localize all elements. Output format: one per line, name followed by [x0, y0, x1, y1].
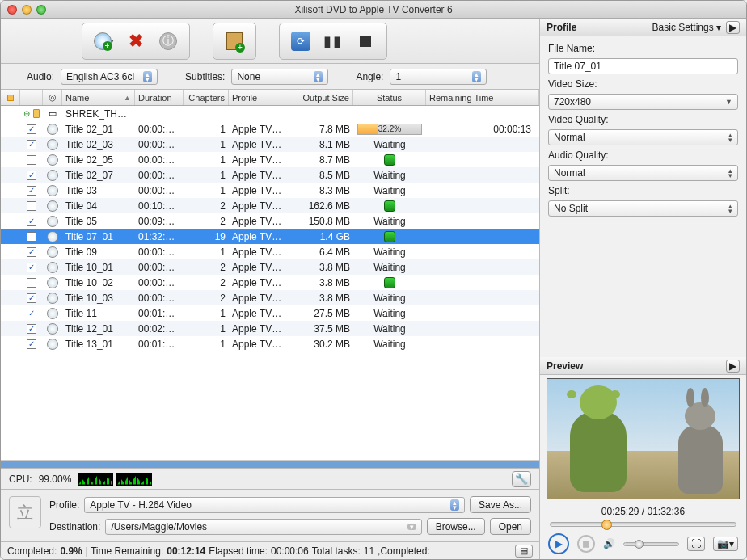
angle-label: Angle: [356, 71, 383, 82]
table-row[interactable]: ✓Title 02_0100:00:…1Apple TV…7.8 MB32.2%… [1, 121, 539, 137]
profile-panel-title: Profile [547, 22, 576, 33]
disc-icon [47, 339, 58, 350]
row-checkbox[interactable] [27, 278, 36, 288]
basic-settings-toggle[interactable]: Basic Settings ▾ [652, 22, 721, 33]
col-remaining[interactable]: Remaining Time [426, 90, 539, 105]
destination-select[interactable]: /Users/Maggie/Movies▾ [105, 519, 421, 535]
table-row[interactable]: Title 07_0101:32:…19Apple TV…1.4 GB [1, 229, 539, 244]
preview-controls: ▶ ◼ 🔊 ⛶ 📷▾ [540, 528, 746, 559]
preview-seek-slider[interactable] [550, 522, 736, 527]
stop-icon [360, 36, 371, 47]
settings-button[interactable]: 🔧 [512, 471, 531, 487]
row-checkbox[interactable]: ✓ [27, 339, 36, 349]
table-row[interactable]: ✓Title 10_0100:00:…2Apple TV…3.8 MBWaiti… [1, 259, 539, 275]
table-row[interactable]: ✓Title 1100:01:…1Apple TV…27.5 MBWaiting [1, 305, 539, 321]
row-checkbox[interactable]: ✓ [27, 140, 36, 149]
table-row[interactable]: ✓Title 12_0100:02:…1Apple TV…37.5 MBWait… [1, 321, 539, 336]
row-checkbox[interactable]: ✓ [27, 171, 36, 180]
table-row[interactable]: ✓Title 02_0300:00:…1Apple TV…8.1 MBWaiti… [1, 137, 539, 152]
subtitles-select[interactable]: None▴▾ [231, 69, 328, 85]
info-icon: ⓘ [159, 32, 177, 50]
table-row[interactable]: Title 10_0200:00:…2Apple TV…3.8 MB [1, 275, 539, 290]
close-window-button[interactable] [7, 5, 17, 15]
table-row[interactable]: ✓Title 0300:00:…1Apple TV…8.3 MBWaiting [1, 183, 539, 198]
col-name[interactable]: Name▲ [62, 90, 135, 105]
row-checkbox[interactable]: ✓ [27, 124, 36, 134]
cpu-label: CPU: [9, 474, 32, 485]
table-body[interactable]: ⊖ ▭ SHREK_TH… ✓Title 02_0100:00:…1Apple … [1, 106, 539, 460]
zoom-window-button[interactable] [36, 5, 46, 15]
preview-image[interactable] [547, 378, 740, 499]
table-row[interactable]: Title 0400:10:…2Apple TV…162.6 MB [1, 198, 539, 213]
film-plus-icon [226, 32, 243, 50]
col-duration[interactable]: Duration [135, 90, 184, 105]
minimize-window-button[interactable] [22, 5, 32, 15]
tasks-value: 11 [364, 545, 374, 557]
table-row[interactable]: ✓Title 02_0700:00:…1Apple TV…8.5 MBWaiti… [1, 167, 539, 183]
row-status: 32.2% [353, 124, 426, 135]
table-row[interactable]: ✓Title 13_0100:01:…1Apple TV…30.2 MBWait… [1, 336, 539, 352]
pause-button[interactable]: ▮▮ [319, 27, 348, 56]
fullscreen-button[interactable]: ⛶ [687, 537, 705, 551]
row-chapters: 19 [184, 231, 229, 242]
log-button[interactable]: ▤ [515, 545, 533, 558]
col-expand[interactable] [20, 90, 43, 105]
angle-value: 1 [395, 71, 401, 82]
expand-preview-button[interactable]: ▶ [726, 360, 740, 373]
volume-icon[interactable]: 🔊 [603, 538, 615, 549]
col-disc[interactable]: ◎ [43, 90, 62, 105]
browse-button[interactable]: Browse... [427, 518, 485, 535]
add-disc-button[interactable]: ▾ [89, 27, 118, 56]
save-as-button[interactable]: Save As... [470, 496, 531, 513]
row-checkbox[interactable]: ✓ [27, 324, 36, 334]
angle-select[interactable]: 1▴▾ [390, 69, 487, 85]
expand-panel-button[interactable]: ▶ [726, 21, 740, 34]
snapshot-button[interactable]: 📷▾ [713, 537, 738, 551]
play-button[interactable]: ▶ [548, 533, 569, 554]
col-checkbox[interactable] [1, 90, 20, 105]
convert-button[interactable]: ⟳ [286, 27, 315, 56]
red-x-icon: ✖ [129, 31, 143, 52]
row-name: Title 10_01 [62, 262, 135, 273]
volume-thumb[interactable] [635, 540, 644, 549]
row-output: 3.8 MB [293, 293, 353, 304]
row-checkbox[interactable]: ✓ [27, 309, 36, 318]
row-checkbox[interactable] [27, 232, 36, 242]
open-button[interactable]: Open [490, 518, 531, 535]
row-checkbox[interactable]: ✓ [27, 263, 36, 272]
col-output[interactable]: Output Size [293, 90, 353, 105]
split-select[interactable]: No Split▴▾ [548, 200, 738, 217]
add-clip-button[interactable] [220, 27, 249, 56]
row-chapters: 1 [184, 339, 229, 350]
volume-slider[interactable] [623, 542, 679, 546]
col-profile[interactable]: Profile [229, 90, 293, 105]
row-checkbox[interactable]: ✓ [27, 247, 36, 257]
table-row[interactable]: ✓Title 0500:09:…2Apple TV…150.8 MBWaitin… [1, 213, 539, 229]
stop-button[interactable] [351, 27, 380, 56]
audio-select[interactable]: English AC3 6cl▴▾ [61, 69, 158, 85]
audioquality-select[interactable]: Normal▴▾ [548, 165, 738, 181]
row-checkbox[interactable]: ✓ [27, 186, 36, 196]
row-checkbox[interactable]: ✓ [27, 293, 36, 303]
profile-select[interactable]: Apple TV - H.264 Video▴▾ [84, 497, 465, 513]
row-checkbox[interactable] [27, 201, 36, 211]
row-checkbox[interactable] [27, 155, 36, 165]
table-row[interactable]: ✓Title 10_0300:00:…2Apple TV…3.8 MBWaiti… [1, 290, 539, 305]
remove-button[interactable]: ✖ [121, 27, 150, 56]
videosize-select[interactable]: 720x480▼ [548, 94, 738, 110]
info-button[interactable]: ⓘ [154, 27, 183, 56]
table-root-row[interactable]: ⊖ ▭ SHREK_TH… [1, 106, 539, 121]
table-row[interactable]: ✓Title 0900:00:…1Apple TV…6.4 MBWaiting [1, 244, 539, 259]
app-window: Xilisoft DVD to Apple TV Converter 6 ▾ ✖… [0, 0, 747, 560]
preview-stop-button[interactable]: ◼ [577, 535, 595, 553]
videoquality-select[interactable]: Normal▴▾ [548, 129, 738, 145]
filename-input[interactable]: Title 07_01 [548, 58, 738, 74]
row-duration: 00:00:… [135, 139, 184, 150]
row-profile: Apple TV… [229, 246, 293, 258]
col-chapters[interactable]: Chapters [184, 90, 229, 105]
row-checkbox[interactable]: ✓ [27, 217, 36, 226]
col-status[interactable]: Status [353, 90, 426, 105]
table-row[interactable]: Title 02_0500:00:…1Apple TV…8.7 MB [1, 152, 539, 167]
titlebar[interactable]: Xilisoft DVD to Apple TV Converter 6 [1, 1, 746, 19]
collapse-icon[interactable]: ⊖ [23, 109, 30, 118]
